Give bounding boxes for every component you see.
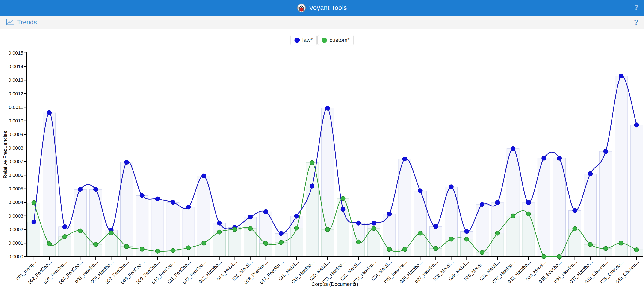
custom-point[interactable] bbox=[279, 240, 283, 245]
custom-point[interactable] bbox=[480, 250, 484, 255]
custom-point[interactable] bbox=[248, 226, 252, 231]
header-help-icon[interactable]: ? bbox=[634, 3, 638, 12]
custom-point[interactable] bbox=[572, 227, 577, 231]
law-bar bbox=[151, 199, 164, 256]
custom-point[interactable] bbox=[526, 212, 530, 216]
custom-point[interactable] bbox=[372, 226, 376, 231]
law-point[interactable] bbox=[310, 184, 314, 188]
law-point[interactable] bbox=[279, 231, 284, 236]
voyant-app: Voyant Tools ? Trends ? 0.00000.00010.00… bbox=[0, 0, 644, 290]
y-tick-label: 0.0010 bbox=[8, 118, 23, 123]
law-point[interactable] bbox=[32, 220, 36, 224]
law-bar bbox=[398, 159, 411, 256]
law-point[interactable] bbox=[449, 185, 454, 189]
custom-point[interactable] bbox=[588, 242, 592, 247]
law-point[interactable] bbox=[140, 193, 144, 198]
custom-bar bbox=[507, 216, 519, 256]
law-point[interactable] bbox=[387, 212, 392, 216]
custom-point[interactable] bbox=[449, 237, 454, 241]
law-point[interactable] bbox=[511, 146, 516, 151]
custom-point[interactable] bbox=[78, 229, 82, 233]
custom-point[interactable] bbox=[511, 214, 515, 218]
custom-point[interactable] bbox=[634, 248, 639, 252]
custom-point[interactable] bbox=[341, 196, 345, 200]
law-point[interactable] bbox=[264, 209, 268, 214]
custom-point[interactable] bbox=[294, 226, 299, 230]
law-point[interactable] bbox=[433, 224, 438, 229]
law-point[interactable] bbox=[325, 106, 330, 111]
law-point[interactable] bbox=[402, 156, 407, 161]
law-point[interactable] bbox=[93, 187, 98, 192]
y-axis-title: Relative Frequencies bbox=[2, 131, 8, 179]
law-point[interactable] bbox=[372, 221, 376, 225]
law-bar bbox=[615, 76, 628, 256]
chart-area: 0.00000.00010.00020.00030.00040.00050.00… bbox=[0, 29, 644, 290]
law-point[interactable] bbox=[418, 188, 422, 193]
legend-label-custom: custom* bbox=[330, 37, 350, 43]
law-point[interactable] bbox=[170, 200, 175, 205]
tab-trends[interactable]: Trends bbox=[6, 19, 37, 26]
custom-point[interactable] bbox=[63, 235, 67, 239]
law-point[interactable] bbox=[604, 149, 608, 154]
legend-item-custom[interactable]: custom* bbox=[318, 35, 354, 45]
custom-bar bbox=[522, 214, 535, 256]
law-point[interactable] bbox=[47, 111, 52, 115]
custom-point[interactable] bbox=[325, 227, 330, 232]
custom-point[interactable] bbox=[356, 240, 361, 244]
custom-point[interactable] bbox=[310, 160, 314, 165]
custom-point[interactable] bbox=[171, 248, 175, 253]
custom-point[interactable] bbox=[155, 249, 160, 253]
law-point[interactable] bbox=[526, 200, 531, 205]
law-point[interactable] bbox=[572, 208, 577, 213]
y-tick-label: 0.0011 bbox=[9, 105, 23, 110]
custom-point[interactable] bbox=[264, 241, 268, 246]
custom-bar bbox=[74, 231, 86, 256]
legend-item-law[interactable]: law* bbox=[290, 35, 317, 45]
custom-bar bbox=[28, 203, 40, 256]
law-point[interactable] bbox=[248, 215, 252, 219]
custom-point[interactable] bbox=[387, 247, 392, 252]
law-point[interactable] bbox=[155, 197, 160, 201]
toolbar-help-icon[interactable]: ? bbox=[634, 18, 638, 26]
custom-bar bbox=[244, 229, 256, 256]
law-point[interactable] bbox=[557, 156, 562, 160]
custom-point[interactable] bbox=[464, 237, 469, 241]
custom-point[interactable] bbox=[495, 231, 500, 235]
law-point[interactable] bbox=[294, 214, 299, 218]
custom-point[interactable] bbox=[403, 247, 407, 252]
law-point[interactable] bbox=[356, 221, 361, 225]
y-tick-label: 0.0002 bbox=[8, 227, 23, 232]
custom-point[interactable] bbox=[557, 255, 562, 259]
custom-point[interactable] bbox=[32, 200, 36, 205]
law-point[interactable] bbox=[542, 156, 546, 160]
custom-point[interactable] bbox=[94, 242, 98, 247]
custom-bar bbox=[105, 233, 117, 256]
law-point[interactable] bbox=[588, 171, 592, 176]
law-point[interactable] bbox=[217, 221, 222, 225]
custom-point[interactable] bbox=[47, 241, 52, 246]
law-point[interactable] bbox=[634, 123, 639, 127]
law-point[interactable] bbox=[186, 205, 191, 209]
custom-point[interactable] bbox=[140, 247, 144, 251]
custom-point[interactable] bbox=[434, 246, 438, 251]
law-point[interactable] bbox=[78, 187, 82, 192]
law-point[interactable] bbox=[464, 229, 469, 234]
law-point[interactable] bbox=[202, 173, 206, 178]
law-point[interactable] bbox=[124, 160, 129, 164]
custom-point[interactable] bbox=[418, 231, 422, 235]
custom-point[interactable] bbox=[619, 241, 623, 245]
custom-point[interactable] bbox=[186, 246, 190, 250]
custom-point[interactable] bbox=[109, 231, 114, 235]
custom-point[interactable] bbox=[542, 255, 546, 259]
law-point[interactable] bbox=[341, 207, 345, 212]
custom-point[interactable] bbox=[604, 246, 608, 251]
custom-point[interactable] bbox=[217, 230, 222, 234]
law-point[interactable] bbox=[619, 74, 624, 78]
custom-point[interactable] bbox=[124, 244, 129, 249]
custom-point[interactable] bbox=[202, 241, 206, 245]
x-axis-title: Corpus (Documents) bbox=[312, 281, 358, 287]
law-point[interactable] bbox=[495, 200, 500, 205]
custom-point[interactable] bbox=[232, 227, 237, 232]
law-point[interactable] bbox=[62, 224, 67, 229]
law-point[interactable] bbox=[480, 202, 484, 207]
